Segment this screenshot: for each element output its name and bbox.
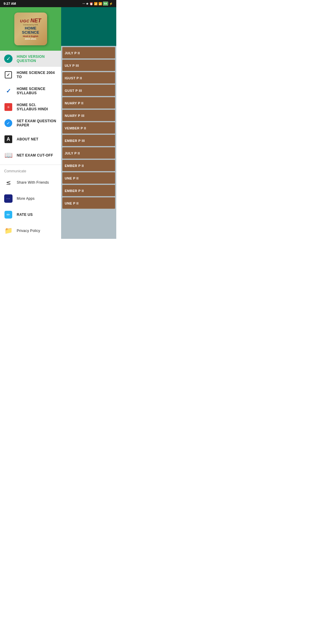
- drawer-panel: UGC NET Conducted by NTA HOMESCIENCE Hin…: [0, 7, 61, 239]
- signal-icon: 📶: [94, 2, 97, 5]
- logo-hindi: Hindi & English: [23, 35, 38, 37]
- content-item-label: EMBER P II: [65, 189, 84, 193]
- menu-label-more-apps: More Apps: [17, 196, 35, 201]
- content-item-label: UNE P II: [65, 177, 79, 180]
- clipboard-check-icon: ✓: [4, 71, 13, 79]
- teal-check-icon: ✓: [4, 55, 13, 63]
- book-icon: 📖: [4, 151, 13, 160]
- alarm-icon: ⏰: [89, 2, 93, 5]
- charging-icon: ⚡: [109, 2, 113, 5]
- content-list-item[interactable]: EMBER P II: [62, 185, 115, 196]
- content-list-item[interactable]: ULY P III: [62, 60, 115, 71]
- menu-label-home-science-syllabus: HOME SCIENCE SYLLABUS: [17, 87, 57, 95]
- logo-home: HOMESCIENCE: [22, 26, 39, 35]
- folder-icon: 📁: [4, 227, 13, 235]
- logo-net: NET: [30, 18, 41, 24]
- more-apps-icon: ···: [4, 194, 13, 203]
- menu-item-net-exam-cutoff[interactable]: 📖 NET EXAM CUT-OFF: [0, 147, 61, 163]
- content-item-label: UNE P II: [65, 202, 79, 205]
- menu-label-home-sci-syllabus-hindi: HOME SCI. SYLLABUS HINDI: [17, 103, 57, 111]
- content-list-item[interactable]: EMBER P III: [62, 135, 115, 146]
- content-panel: JULY P IIULY P IIIIGUST P IIGUST P IIINU…: [61, 7, 116, 239]
- share-icon: ≲: [4, 178, 13, 187]
- content-list-item[interactable]: IGUST P II: [62, 72, 115, 83]
- menu-item-share[interactable]: ≲ Share With Friends: [0, 174, 61, 191]
- check-icon: ✓: [4, 87, 13, 95]
- content-list-item[interactable]: UNE P II: [62, 197, 115, 209]
- content-list-item[interactable]: NUARY P II: [62, 97, 115, 109]
- status-icons: ··· ★ ⏰ 📶 📶 64 ⚡: [83, 1, 113, 6]
- menu-item-more-apps[interactable]: ··· More Apps: [0, 191, 61, 207]
- content-item-label: JULY P II: [65, 51, 80, 55]
- content-item-label: GUST P III: [65, 89, 82, 92]
- communicate-section-label: Communicate: [0, 166, 61, 174]
- content-item-label: EMBER P III: [65, 139, 85, 143]
- content-list: JULY P IIULY P IIIIGUST P IIGUST P IIINU…: [61, 47, 116, 209]
- main-layout: UGC NET Conducted by NTA HOMESCIENCE Hin…: [0, 7, 116, 239]
- menu-item-rate-us[interactable]: ✏ RATE US: [0, 207, 61, 223]
- drawer-menu: ✓ HINDI VERSION QUESTION ✓ HOME SCIENCE …: [0, 51, 61, 163]
- content-list-item[interactable]: NUARY P III: [62, 110, 115, 121]
- content-list-item[interactable]: JULY P II: [62, 147, 115, 159]
- menu-item-hindi-version[interactable]: ✓ HINDI VERSION QUESTION: [0, 51, 61, 67]
- menu-label-home-science-2004: HOME SCIENCE 2004 TO: [17, 71, 57, 79]
- doc-red-icon: ≡: [4, 103, 13, 111]
- dots-icon: ···: [83, 2, 85, 5]
- drawer-divider: [0, 165, 61, 165]
- menu-label-privacy-policy: Privacy Policy: [17, 229, 40, 233]
- battery-display: 64: [103, 1, 108, 6]
- content-list-item[interactable]: VEMBER P II: [62, 122, 115, 134]
- content-item-label: NUARY P III: [65, 114, 84, 117]
- logo-conducted: Conducted by NTA: [23, 24, 38, 26]
- content-item-label: VEMBER P II: [65, 126, 86, 130]
- content-list-item[interactable]: JULY P II: [62, 47, 115, 58]
- menu-item-home-science-syllabus[interactable]: ✓ HOME SCIENCE SYLLABUS: [0, 83, 61, 99]
- content-list-item[interactable]: UNE P II: [62, 172, 115, 184]
- drawer-header: UGC NET Conducted by NTA HOMESCIENCE Hin…: [0, 7, 61, 51]
- logo-ugc: UGC: [20, 19, 30, 23]
- menu-item-about-net[interactable]: A ABOUT NET: [0, 131, 61, 147]
- menu-label-about-net: ABOUT NET: [17, 137, 38, 141]
- a-icon: A: [4, 135, 13, 143]
- content-item-label: ULY P III: [65, 64, 79, 67]
- rate-icon: ✏: [4, 210, 13, 219]
- status-bar: 9:27 AM ··· ★ ⏰ 📶 📶 64 ⚡: [0, 0, 116, 7]
- menu-label-rate-us: RATE US: [17, 213, 33, 217]
- content-item-label: EMBER P II: [65, 164, 84, 168]
- menu-label-set-exam-question: SET EXAM QUESTION PAPER: [17, 119, 57, 127]
- logo-year: 2004-2021: [25, 38, 36, 40]
- content-header: [61, 7, 116, 46]
- blue-circle-check-icon: ✓: [4, 119, 13, 127]
- time-display: 9:27 AM: [4, 2, 16, 5]
- content-list-item[interactable]: EMBER P II: [62, 160, 115, 171]
- app-logo: UGC NET Conducted by NTA HOMESCIENCE Hin…: [14, 13, 47, 45]
- bluetooth-icon: ★: [86, 2, 89, 5]
- menu-item-home-science-2004[interactable]: ✓ HOME SCIENCE 2004 TO: [0, 67, 61, 83]
- menu-label-share: Share With Friends: [17, 180, 49, 185]
- menu-label-hindi-version: HINDI VERSION QUESTION: [17, 55, 57, 63]
- menu-label-net-exam-cutoff: NET EXAM CUT-OFF: [17, 153, 53, 157]
- content-item-label: NUARY P II: [65, 101, 83, 105]
- menu-item-privacy-policy[interactable]: 📁 Privacy Policy: [0, 223, 61, 239]
- content-list-item[interactable]: GUST P III: [62, 85, 115, 96]
- content-item-label: JULY P II: [65, 151, 80, 155]
- menu-item-home-sci-syllabus-hindi[interactable]: ≡ HOME SCI. SYLLABUS HINDI: [0, 99, 61, 115]
- menu-item-set-exam-question[interactable]: ✓ SET EXAM QUESTION PAPER: [0, 115, 61, 131]
- content-item-label: IGUST P II: [65, 76, 82, 80]
- communicate-menu: ≲ Share With Friends ··· More Apps ✏ RAT…: [0, 174, 61, 239]
- signal2-icon: 📶: [98, 2, 102, 5]
